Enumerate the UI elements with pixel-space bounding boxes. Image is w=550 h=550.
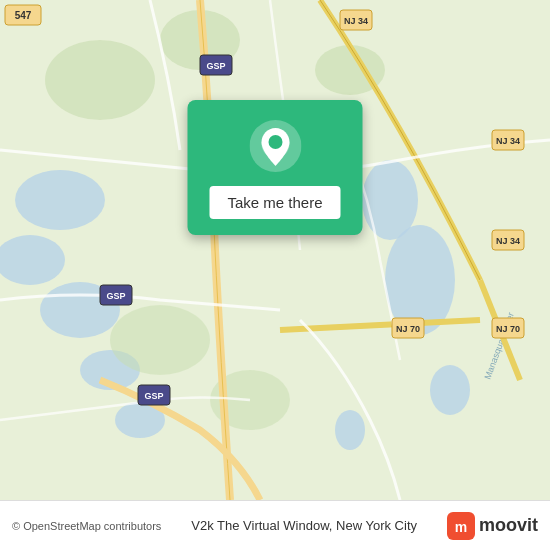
svg-text:547: 547 [15, 10, 32, 21]
place-name: V2k The Virtual Window, New York City [191, 518, 417, 533]
take-me-there-button[interactable]: Take me there [209, 186, 340, 219]
svg-text:NJ 34: NJ 34 [496, 136, 520, 146]
svg-text:NJ 70: NJ 70 [396, 324, 420, 334]
moovit-logo: m moovit [447, 512, 538, 540]
openstreetmap-attribution: © OpenStreetMap contributors [12, 520, 161, 532]
svg-point-9 [335, 410, 365, 450]
moovit-icon: m [447, 512, 475, 540]
svg-text:GSP: GSP [206, 61, 225, 71]
svg-text:NJ 34: NJ 34 [344, 16, 368, 26]
location-card: Take me there [188, 100, 363, 235]
svg-point-8 [430, 365, 470, 415]
bottom-bar: © OpenStreetMap contributors V2k The Vir… [0, 500, 550, 550]
map-view: Manasquan River 547 GSP [0, 0, 550, 500]
svg-text:GSP: GSP [106, 291, 125, 301]
svg-point-1 [15, 170, 105, 230]
map-svg: Manasquan River 547 GSP [0, 0, 550, 500]
svg-text:NJ 34: NJ 34 [496, 236, 520, 246]
svg-text:m: m [455, 519, 467, 535]
attribution-area: © OpenStreetMap contributors [12, 520, 161, 532]
svg-text:NJ 70: NJ 70 [496, 324, 520, 334]
svg-text:GSP: GSP [144, 391, 163, 401]
location-pin-icon [249, 120, 301, 172]
svg-point-14 [110, 305, 210, 375]
svg-point-11 [45, 40, 155, 120]
svg-point-36 [268, 135, 282, 149]
moovit-text: moovit [479, 515, 538, 536]
